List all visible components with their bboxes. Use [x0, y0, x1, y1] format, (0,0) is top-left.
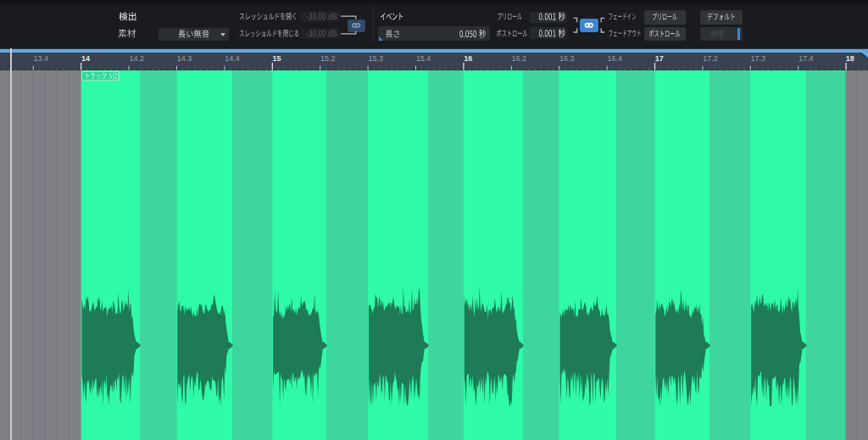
svg-text:15: 15	[273, 54, 281, 63]
svg-text:16.2: 16.2	[512, 54, 527, 63]
svg-text:15.2: 15.2	[320, 54, 336, 63]
svg-text:17.3: 17.3	[751, 54, 766, 63]
svg-text:13.4: 13.4	[34, 54, 49, 63]
svg-text:18: 18	[846, 54, 854, 63]
svg-text:14.4: 14.4	[225, 54, 240, 63]
svg-text:15.4: 15.4	[416, 54, 431, 63]
svg-text:14.2: 14.2	[129, 54, 144, 63]
svg-text:16: 16	[464, 54, 472, 63]
svg-text:14.3: 14.3	[177, 54, 192, 63]
svg-text:14: 14	[81, 54, 90, 63]
svg-text:17.2: 17.2	[703, 54, 718, 63]
svg-text:17: 17	[655, 54, 664, 63]
svg-text:16.3: 16.3	[559, 54, 575, 63]
svg-text:17.4: 17.4	[798, 54, 814, 63]
svg-text:15.3: 15.3	[368, 54, 383, 63]
svg-text:16.4: 16.4	[607, 54, 622, 63]
